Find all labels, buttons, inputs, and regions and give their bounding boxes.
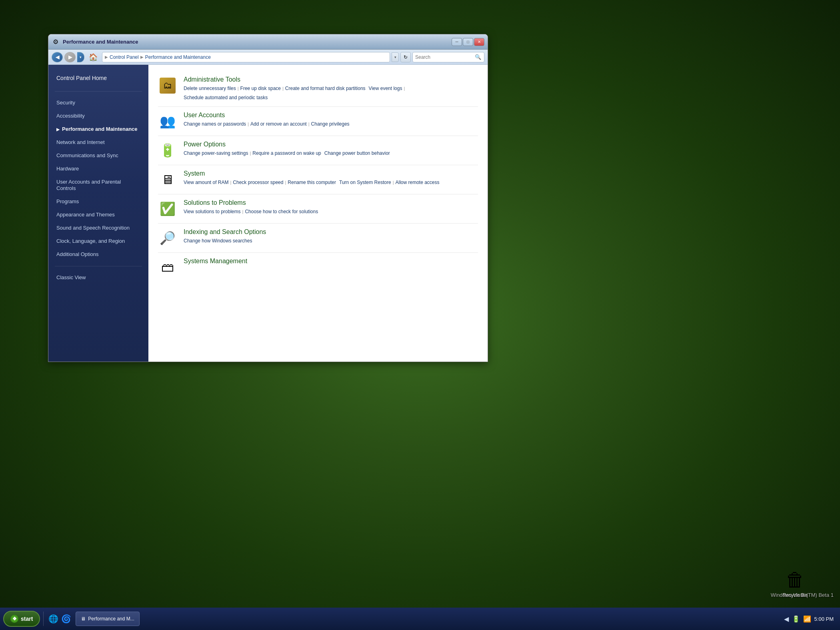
user-accounts-icon: 👥 [158,112,177,131]
power-button-link[interactable]: Change power button behavior [324,150,390,157]
sys-restore-link[interactable]: Turn on System Restore [339,179,391,186]
sidebar-label-classic-view: Classic View [56,274,86,281]
title-bar-left: ⚙ Performance and Maintenance [52,38,138,46]
close-button[interactable]: ✕ [474,38,484,46]
sep6: | [250,150,251,157]
taskbar-app-label: Performance and M... [88,616,134,622]
sidebar-item-hardware[interactable]: Hardware [48,162,148,176]
search-bar[interactable]: 🔍 [412,52,484,62]
sidebar-item-classic-view[interactable]: Classic View [48,271,148,284]
sys-mgmt-title[interactable]: Systems Management [184,258,247,265]
nav-dropdown-button[interactable]: ▾ [77,52,84,62]
address-dropdown-button[interactable]: ▾ [392,52,399,62]
power-saving-link[interactable]: Change power-saving settings [184,150,248,157]
remote-access-link[interactable]: Allow remote access [396,179,440,186]
sidebar-item-home[interactable]: Control Panel Home [48,71,148,86]
system-info: System View amount of RAM | Check proces… [184,170,478,186]
sidebar-home-label: Control Panel Home [56,74,107,82]
start-label: start [21,616,33,622]
sidebar-label-hardware: Hardware [56,166,79,172]
sidebar-item-sound[interactable]: Sound and Speech Recognition [48,222,148,235]
back-button[interactable]: ◀ [52,52,63,62]
sidebar-item-appearance[interactable]: Appearance and Themes [48,208,148,222]
sidebar-label-clock: Clock, Language, and Region [56,238,125,245]
wake-password-link[interactable]: Require a password on wake up [252,150,321,157]
admin-tools-title[interactable]: Administrative Tools [184,76,240,83]
start-orb-icon: ❖ [10,615,18,623]
tray-time: 5:00 PM [814,616,834,622]
check-speed-link[interactable]: Check processor speed [233,179,283,186]
taskbar-divider-1 [43,612,44,626]
forward-button[interactable]: ▶ [64,52,76,62]
taskbar-app-button[interactable]: 🖥 Performance and M... [76,612,139,626]
event-logs-link[interactable]: View event logs [369,85,402,92]
format-partitions-link[interactable]: Create and format hard disk partitions [285,85,366,92]
sidebar-divider-1 [55,91,142,92]
solutions-info: Solutions to Problems View solutions to … [184,199,478,216]
desktop: ⚙ Performance and Maintenance ─ □ ✕ ◀ ▶ … [0,0,840,630]
active-arrow-icon: ▶ [56,127,60,132]
sidebar-item-clock[interactable]: Clock, Language, and Region [48,235,148,248]
user-accounts-title[interactable]: User Accounts [184,112,225,119]
minimize-button[interactable]: ─ [452,38,462,46]
taskbar-tray: ◀ 🔋 📶 5:00 PM [781,615,837,623]
power-links: Change power-saving settings | Require a… [184,150,478,157]
change-names-link[interactable]: Change names or passwords [184,120,246,128]
sidebar-label-comms: Communications and Sync [56,152,118,159]
title-bar-buttons: ─ □ ✕ [452,38,484,46]
sidebar: Control Panel Home Security Accessibilit… [48,65,148,362]
sep3: | [404,85,405,92]
address-current[interactable]: Performance and Maintenance [145,54,211,60]
refresh-button[interactable]: ↻ [400,52,411,62]
sidebar-item-performance[interactable]: ▶ Performance and Maintenance [48,123,148,136]
sidebar-item-security[interactable]: Security [48,96,148,110]
address-control-panel[interactable]: Control Panel [110,54,139,60]
taskbar-arrow-left-icon[interactable]: ◀ [784,615,789,623]
panel-item-solutions: ✅ Solutions to Problems View solutions t… [158,194,478,224]
solutions-title[interactable]: Solutions to Problems [184,199,246,206]
sidebar-label-performance: Performance and Maintenance [62,126,138,133]
indexing-title[interactable]: Indexing and Search Options [184,228,266,236]
search-icon[interactable]: 🔍 [475,53,482,61]
panel-item-system: 🖥 System View amount of RAM | Check proc… [158,165,478,194]
panel-item-sys-mgmt: 🗃 Systems Management [158,253,478,282]
view-solutions-link[interactable]: View solutions to problems [184,208,241,216]
system-title[interactable]: System [184,170,205,177]
sidebar-item-programs[interactable]: Programs [48,195,148,208]
sidebar-label-appearance: Appearance and Themes [56,212,115,218]
change-priv-link[interactable]: Change privileges [311,120,350,128]
search-input[interactable] [415,54,473,60]
taskbar-browser-icon[interactable]: 🌀 [60,612,72,625]
sidebar-item-network[interactable]: Network and Internet [48,136,148,149]
free-disk-link[interactable]: Free up disk space [240,85,281,92]
sidebar-item-comms[interactable]: Communications and Sync [48,149,148,162]
maximize-button[interactable]: □ [463,38,473,46]
sep8: | [285,179,286,186]
sidebar-item-user-accounts[interactable]: User Accounts and Parental Controls [48,176,148,196]
taskbar-ie-icon[interactable]: 🌐 [47,612,60,625]
start-button[interactable]: ❖ start [3,611,40,627]
sidebar-item-accessibility[interactable]: Accessibility [48,110,148,123]
rename-pc-link[interactable]: Rename this computer [288,179,336,186]
main-panel: 🗂 Administrative Tools Delete unnecessar… [148,65,488,362]
home-icon[interactable]: 🏠 [88,52,99,63]
power-title[interactable]: Power Options [184,141,226,148]
check-solutions-link[interactable]: Choose how to check for solutions [245,208,318,216]
schedule-tasks-link[interactable]: Schedule automated and periodic tasks [184,94,268,102]
sidebar-item-additional[interactable]: Additional Options [48,248,148,261]
delete-files-link[interactable]: Delete unnecessary files [184,85,236,92]
panel-item-admin-tools: 🗂 Administrative Tools Delete unnecessar… [158,71,478,107]
add-account-link[interactable]: Add or remove an account [250,120,307,128]
view-ram-link[interactable]: View amount of RAM [184,179,229,186]
sidebar-label-security: Security [56,100,75,106]
sidebar-label-sound: Sound and Speech Recognition [56,225,130,232]
power-info: Power Options Change power-saving settin… [184,141,478,157]
vista-brand: Windows Vista (TM) Beta 1 [771,592,834,598]
power-icon: 🔋 [158,141,177,160]
taskbar-network-icon[interactable]: 📶 [803,615,811,623]
change-search-link[interactable]: Change how Windows searches [184,237,252,245]
address-bar: ▶ Control Panel ▶ Performance and Mainte… [102,52,390,62]
taskbar-battery-icon[interactable]: 🔋 [792,615,800,623]
panel-item-user-accounts: 👥 User Accounts Change names or password… [158,107,478,136]
sep10: | [242,208,244,216]
